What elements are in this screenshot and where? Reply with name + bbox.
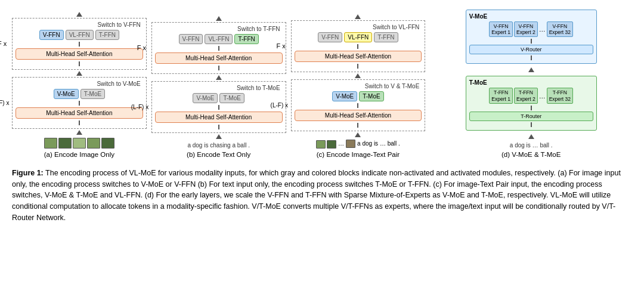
arrow-up-c-top: [355, 14, 361, 19]
vline-c2: [357, 64, 358, 69]
t-expert-2: T-FFNExpert 2: [514, 88, 538, 103]
module-row-a-bot: V-MoE T-MoE: [16, 89, 143, 99]
v-router-chip: V-Router: [469, 45, 593, 54]
fx-label-c: F x: [277, 42, 286, 50]
chip-vlffn-c: VL-FFN: [344, 32, 372, 42]
vline-d1: [531, 39, 532, 44]
arrow-bot-b: [216, 134, 222, 139]
arrow-bot-a: [76, 130, 82, 135]
fx-block-b: Switch to T-FFN V-FFN VL-FFN T-FFN Multi…: [151, 22, 286, 74]
chip-vmoe-a: V-MoE: [54, 89, 79, 99]
chip-vlffn-b: VL-FFN: [205, 34, 233, 44]
vline-a2: [79, 61, 80, 66]
arrow-d-bot: [528, 134, 534, 139]
fx-block-a: Switch to V-FFN V-FFN VL-FFN T-FFN Multi…: [12, 18, 147, 70]
caption-text: The encoding process of VL-MoE for vario…: [12, 169, 621, 222]
switch-label-a-top: Switch to V-FFN: [16, 21, 143, 28]
text-input-b: a dog is chasing a ball .: [187, 142, 250, 149]
vline-b2: [218, 66, 219, 70]
t-expert-1: T-FFNExpert 1: [489, 88, 513, 103]
chip-tmoe-b: T-MoE: [219, 93, 244, 103]
attention-c-bot: Multi-Head Self-Attention: [295, 110, 422, 121]
text-input-d: a dog is … ball .: [510, 142, 553, 149]
panel-d-container: V-MoE V-FFNExpert 1 V-FFNExpert 2 … V-FF…: [466, 10, 597, 141]
vmoe-box: V-MoE V-FFNExpert 1 V-FFNExpert 2 … V-FF…: [466, 10, 597, 64]
caption-b: (b) Encode Text Only: [187, 151, 250, 158]
img-c1: [316, 140, 326, 149]
vline-a1: [79, 42, 80, 47]
t-expert-row: T-FFNExpert 1 T-FFNExpert 2 … T-FFNExper…: [469, 88, 593, 103]
lf-block-a: Switch to V-MoE V-MoE T-MoE Multi-Head S…: [12, 77, 147, 129]
img-a5: [101, 138, 114, 149]
vline-b1: [218, 46, 219, 51]
lf-block-c: Switch to V & T-MoE V-MoE T-MoE Multi-He…: [291, 79, 426, 131]
chip-vffn-b: V-FFN: [179, 34, 203, 44]
vline-a4: [79, 120, 80, 125]
vline-c3: [357, 103, 358, 108]
vline-d3: [531, 106, 532, 110]
v-dots: …: [539, 26, 546, 33]
module-row-a-top: V-FFN VL-FFN T-FFN: [16, 30, 143, 40]
tmoe-box: T-MoE T-FFNExpert 1 T-FFNExpert 2 … T-FF…: [466, 76, 597, 130]
fx-label-b: F x: [137, 44, 146, 51]
arrow-mid-b: [216, 75, 222, 80]
vline-c4: [357, 123, 358, 128]
lf-block-b: Switch to T-MoE V-MoE T-MoE Multi-Head S…: [151, 81, 286, 133]
tmoe-label: T-MoE: [469, 79, 593, 86]
caption-bold: Figure 1:: [12, 169, 44, 177]
chip-vmoe-c: V-MoE: [332, 91, 357, 101]
lf-label-a: (L-F) x: [0, 100, 9, 106]
fx-block-c: Switch to VL-FFN V-FFN VL-FFN T-FFN Mult…: [291, 20, 426, 72]
panel-c: F x Switch to VL-FFN V-FFN VL-FFN T-FFN …: [291, 14, 426, 158]
arrow-mid-c: [355, 73, 361, 78]
attention-c-top: Multi-Head Self-Attention: [295, 51, 422, 62]
switch-label-b-bot: Switch to T-MoE: [155, 85, 283, 91]
arrow-bot-c: [355, 132, 361, 137]
module-row-c-top: V-FFN VL-FFN T-FFN: [295, 32, 422, 42]
img-a3: [73, 138, 86, 149]
input-row-c: … a dog is … ball .: [316, 139, 400, 149]
v-expert-row: V-FFNExpert 1 V-FFNExpert 2 … V-FFNExper…: [469, 21, 593, 37]
caption-d: (d) V-MoE & T-MoE: [501, 151, 561, 158]
chip-vffn-a: V-FFN: [39, 30, 64, 40]
text-input-c: a dog is … ball .: [357, 140, 400, 147]
img-c3: [346, 140, 355, 148]
image-strip-a: [44, 138, 114, 149]
diagrams-row: F x Switch to V-FFN V-FFN VL-FFN T-FFN M…: [12, 10, 632, 158]
switch-label-a-bot: Switch to V-MoE: [16, 81, 143, 87]
caption-a: (a) Encode Image Only: [44, 151, 114, 158]
vline-b3: [218, 105, 219, 110]
vline-b4: [218, 125, 219, 129]
img-a2: [58, 138, 72, 149]
switch-label-c-top: Switch to VL-FFN: [295, 24, 422, 30]
module-row-b-top: V-FFN VL-FFN T-FFN: [155, 34, 283, 44]
chip-tmoe-c: T-MoE: [359, 91, 383, 101]
module-row-c-bot: V-MoE T-MoE: [295, 91, 422, 101]
v-expert-32: V-FFNExpert 32: [547, 21, 573, 37]
vline-a3: [79, 101, 80, 106]
chip-tffn-c: T-FFN: [374, 32, 398, 42]
attention-a-bot: Multi-Head Self-Attention: [16, 107, 143, 119]
img-c2: [327, 140, 336, 149]
img-a1: [44, 138, 57, 149]
switch-label-c-bot: Switch to V & T-MoE: [295, 83, 422, 89]
chip-tffn-b: T-FFN: [234, 34, 258, 44]
dots-c: …: [338, 140, 344, 147]
module-row-b-bot: V-MoE T-MoE: [155, 93, 283, 103]
figure-caption: Figure 1: The encoding process of VL-MoE…: [12, 168, 632, 224]
chip-tffn-a: T-FFN: [95, 30, 119, 40]
v-expert-1: V-FFNExpert 1: [489, 21, 513, 37]
chip-tmoe-a: T-MoE: [80, 89, 105, 99]
t-dots: …: [539, 92, 546, 100]
lf-label-b: (L-F) x: [131, 104, 148, 110]
v-expert-2: V-FFNExpert 2: [514, 21, 538, 37]
arrow-d-mid: [528, 67, 534, 72]
panel-d: V-MoE V-FFNExpert 1 V-FFNExpert 2 … V-FF…: [430, 10, 632, 158]
vline-d2: [531, 55, 532, 60]
attention-b-bot: Multi-Head Self-Attention: [155, 112, 283, 123]
vmoe-label: V-MoE: [469, 13, 593, 20]
vline-d4: [531, 122, 532, 127]
chip-vmoe-b: V-MoE: [193, 93, 218, 103]
arrow-mid-a: [76, 71, 82, 76]
arrow-up-b-top: [216, 16, 222, 21]
